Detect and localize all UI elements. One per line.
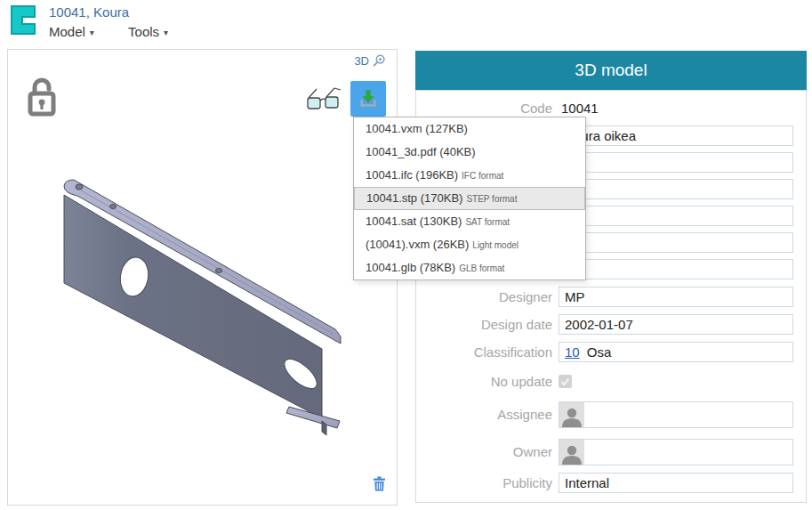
empty-field-1[interactable] bbox=[559, 152, 793, 173]
chevron-down-icon: ▾ bbox=[90, 28, 94, 37]
menu-item-file[interactable]: 10041.sat (130KB)SAT format bbox=[354, 210, 585, 233]
owner-field[interactable] bbox=[559, 439, 793, 465]
classification-link[interactable]: 10 bbox=[565, 344, 580, 360]
glasses-icon[interactable] bbox=[305, 85, 346, 116]
classification-text: Osa bbox=[587, 344, 612, 360]
download-format-menu: 10041.vxm (127KB) 10041_3d.pdf (40KB) 10… bbox=[353, 117, 586, 280]
design-date-label: Design date bbox=[416, 314, 552, 335]
menu-item-file[interactable]: 10041_3d.pdf (40KB) bbox=[354, 141, 585, 164]
menu-model[interactable]: Model▾ bbox=[49, 24, 94, 39]
code-value: 10041 bbox=[561, 100, 599, 117]
3d-viewport[interactable]: 3D bbox=[7, 49, 398, 506]
chevron-down-icon: ▾ bbox=[164, 28, 168, 37]
menubar: Model▾ Tools▾ bbox=[49, 24, 198, 39]
check-icon bbox=[560, 377, 570, 386]
page-title: 10041, Koura bbox=[49, 4, 129, 20]
empty-field-3[interactable] bbox=[559, 206, 793, 226]
code-label: Code bbox=[416, 100, 552, 117]
empty-field-2[interactable] bbox=[559, 179, 793, 199]
design-date-field[interactable] bbox=[559, 314, 793, 335]
menu-item-file[interactable]: 10041.vxm (127KB) bbox=[354, 117, 585, 141]
classification-label: Classification bbox=[416, 342, 552, 362]
panel-title: 3D model bbox=[415, 51, 807, 90]
zoom-3d-icon[interactable] bbox=[373, 54, 386, 68]
menu-item-file-selected[interactable]: 10041.stp (170KB)STEP format bbox=[354, 187, 585, 210]
owner-label: Owner bbox=[416, 439, 552, 465]
app-logo bbox=[11, 5, 36, 38]
person-avatar-icon bbox=[559, 402, 584, 427]
designer-field[interactable] bbox=[559, 287, 793, 307]
empty-field-5[interactable] bbox=[559, 259, 793, 279]
viewer-mode-label: 3D bbox=[354, 54, 369, 68]
empty-field-4[interactable] bbox=[559, 232, 793, 253]
assignee-field[interactable] bbox=[559, 401, 793, 428]
3d-model-bracket bbox=[8, 50, 397, 505]
unlock-icon[interactable] bbox=[28, 77, 58, 120]
publicity-field[interactable] bbox=[559, 473, 793, 493]
menu-item-file[interactable]: 10041.ifc (196KB)IFC format bbox=[354, 164, 585, 187]
classification-field[interactable]: 10 Osa bbox=[559, 342, 793, 362]
no-update-label: No update bbox=[416, 371, 552, 392]
download-button[interactable] bbox=[350, 81, 386, 117]
menu-item-file[interactable]: 10041.glb (78KB)GLB format bbox=[354, 256, 585, 279]
publicity-label: Publicity bbox=[416, 473, 552, 493]
delete-model-icon[interactable] bbox=[373, 476, 386, 495]
person-avatar-icon bbox=[559, 440, 584, 465]
menu-item-file[interactable]: (10041).vxm (26KB)Light model bbox=[354, 233, 585, 256]
download-icon bbox=[356, 85, 381, 113]
menu-tools[interactable]: Tools▾ bbox=[128, 24, 168, 39]
assignee-label: Assignee bbox=[416, 401, 552, 428]
no-update-checkbox[interactable] bbox=[559, 375, 572, 388]
designer-label: Designer bbox=[416, 287, 552, 307]
description-field[interactable] bbox=[559, 125, 793, 146]
